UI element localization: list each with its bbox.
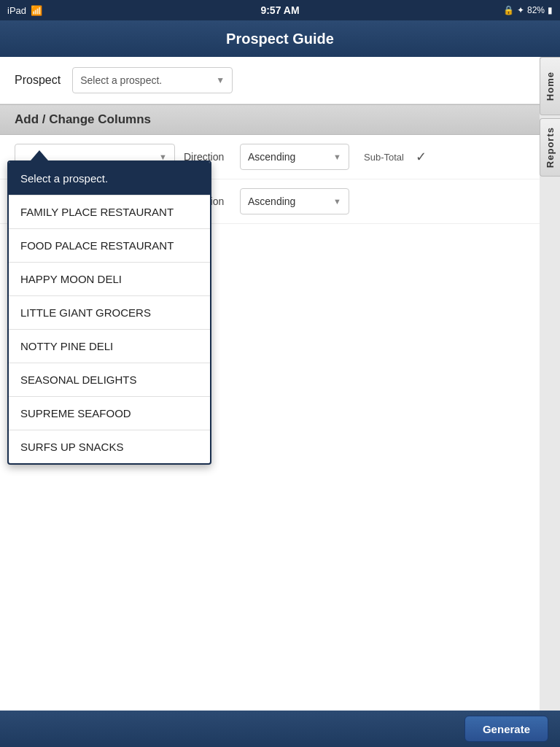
prospect-select-arrow: ▼ [216,75,225,85]
dropdown-item-happy-moon[interactable]: HAPPY MOON DELI [9,263,210,296]
prospect-select[interactable]: Select a prospect. ▼ [72,67,233,93]
dropdown-item-notty-pine[interactable]: NOTTY PINE DELI [9,330,210,363]
prospect-dropdown[interactable]: Select a prospect. FAMILY PLACE RESTAURA… [7,160,211,465]
sidebar-tab-home-label: Home [545,71,556,101]
status-bar-left: iPad 📶 [7,5,42,16]
main-content: Prospect Select a prospect. ▼ Select a p… [0,57,540,711]
status-bar-right: 🔒 ✦ 82% ▮ [503,5,553,15]
status-bar: iPad 📶 9:57 AM 🔒 ✦ 82% ▮ [0,0,560,20]
sidebar-tab-reports[interactable]: Reports [540,118,560,177]
direction-arrow-1: ▼ [333,152,341,161]
subtotal-label-1: Sub-Total [364,152,404,163]
sidebar-tab-reports-label: Reports [545,127,556,168]
battery-level: 82% [527,5,545,15]
right-sidebar: Home Reports [540,57,560,179]
dropdown-item-food-palace[interactable]: FOOD PALACE RESTAURANT [9,229,210,263]
direction-value-1: Ascending [248,151,295,163]
prospect-row: Prospect Select a prospect. ▼ [0,57,540,104]
generate-button[interactable]: Generate [464,716,548,742]
section-header: Add / Change Columns [0,104,540,135]
device-label: iPad [7,5,26,16]
bottom-bar: Generate [0,711,560,747]
lock-icon: 🔒 [503,5,514,15]
dropdown-item-seasonal[interactable]: SEASONAL DELIGHTS [9,363,210,397]
direction-value-2: Ascending [248,196,295,207]
direction-select-1[interactable]: Ascending ▼ [240,144,349,170]
dropdown-item-family-place[interactable]: FAMILY PLACE RESTAURANT [9,196,210,229]
status-bar-time: 9:57 AM [260,4,299,16]
dropdown-item-supreme[interactable]: SUPREME SEAFOOD [9,397,210,430]
prospect-label: Prospect [15,74,61,87]
sidebar-tab-home[interactable]: Home [540,57,560,115]
wifi-icon: 📶 [31,5,42,16]
dropdown-item-surfs-up[interactable]: SURFS UP SNACKS [9,430,210,463]
prospect-select-value: Select a prospect. [80,74,162,86]
battery-icon: ▮ [548,5,553,15]
title-bar: Prospect Guide [0,20,560,57]
dropdown-item-placeholder[interactable]: Select a prospect. [9,162,210,196]
dropdown-arrow-up [31,150,48,160]
app-title: Prospect Guide [226,31,334,47]
direction-select-2[interactable]: Ascending ▼ [240,188,349,214]
direction-arrow-2: ▼ [333,197,341,206]
bluetooth-icon: ✦ [517,5,524,15]
checkmark-icon-1[interactable]: ✓ [416,149,427,165]
dropdown-item-little-giant[interactable]: LITTLE GIANT GROCERS [9,296,210,330]
